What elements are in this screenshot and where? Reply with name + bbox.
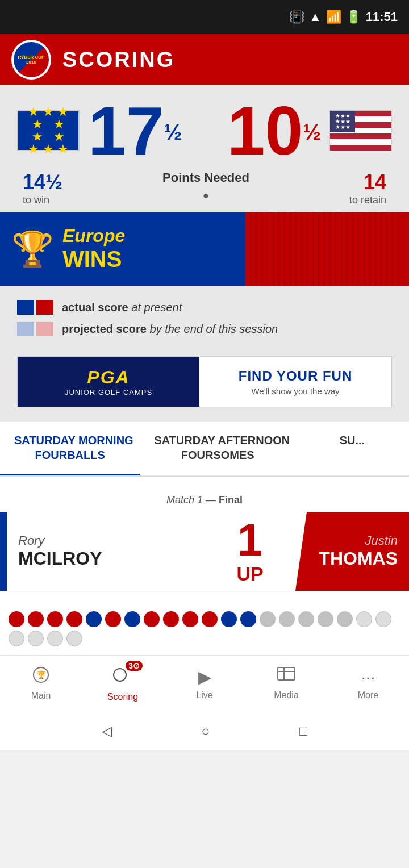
eu-flag: ★ ★ ★★ ★★ ★★ ★ ★ <box>17 110 80 151</box>
score-dot <box>144 611 160 627</box>
score-dot <box>337 611 353 627</box>
tab-saturday-afternoon[interactable]: SATURDAY AFTERNOONFOURSOMES <box>140 422 295 475</box>
score-dot <box>221 611 237 627</box>
media-icon <box>277 667 295 687</box>
nav-scoring[interactable]: 3⊙ Scoring <box>82 661 164 707</box>
nav-live[interactable]: ▶ Live <box>164 662 245 705</box>
main-label: Main <box>31 691 51 701</box>
more-label: More <box>358 690 378 700</box>
progress-blue: 🏆 Europe WINS <box>0 212 245 286</box>
score-row: ★ ★ ★★ ★★ ★★ ★ ★ 17½ 10½ <box>17 97 392 165</box>
home-button[interactable]: ○ <box>201 723 210 739</box>
legend-lightred-box <box>36 322 53 336</box>
time-display: 11:51 <box>366 10 398 24</box>
europe-points-block: 14½ to win <box>23 170 62 206</box>
score-dot <box>318 611 333 627</box>
player2-lastname: THOMAS <box>319 548 398 569</box>
legend-lightblue-box <box>17 322 34 336</box>
score-dot <box>47 631 63 646</box>
recents-button[interactable]: □ <box>299 723 308 739</box>
usa-points-block: 14 to retain <box>349 170 386 206</box>
wifi-icon: ▲ <box>309 10 322 24</box>
score-dot <box>66 611 82 627</box>
actual-score-label: actual score at present <box>62 301 182 314</box>
usa-score-number: 10½ <box>227 97 321 165</box>
points-needed-row: 14½ to win Points Needed ● 14 to retain <box>17 170 392 206</box>
player-left-block: Rory MCILROY <box>7 512 204 591</box>
score-dot <box>356 611 372 627</box>
vibrate-icon: 📳 <box>289 10 304 24</box>
progress-section: 🏆 Europe WINS <box>0 212 409 286</box>
score-dot <box>202 611 218 627</box>
nav-more[interactable]: ··· More <box>327 663 409 705</box>
tab-saturday-morning[interactable]: SATURDAY MORNINGFOURBALLS <box>0 422 140 475</box>
tab-sunday[interactable]: SU... <box>295 422 409 475</box>
europe-label: Europe <box>62 226 125 247</box>
score-dot <box>298 611 314 627</box>
player2-firstname: Justin <box>365 533 398 548</box>
media-label: Media <box>274 690 299 700</box>
ryder-cup-logo: RYDER CUP2018 <box>11 40 51 80</box>
live-icon: ▶ <box>198 667 211 687</box>
ad-banner[interactable]: PGA JUNIOR GOLF CAMPS FIND YOUR FUN We'l… <box>0 350 409 422</box>
projected-score-label: projected score by the end of this sessi… <box>62 323 278 336</box>
score-dot <box>47 611 63 627</box>
score-dot <box>240 611 256 627</box>
score-dot <box>66 631 82 646</box>
nav-main[interactable]: 🏆 Main <box>0 662 82 706</box>
score-dot <box>28 611 44 627</box>
usa-score-fraction: ½ <box>303 120 321 144</box>
actual-score-legend: actual score at present <box>17 300 392 315</box>
trophy-icon: 🏆 <box>11 229 54 269</box>
score-dot <box>182 611 198 627</box>
scoring-label: Scoring <box>107 692 138 702</box>
svg-text:🏆: 🏆 <box>36 670 47 680</box>
ad-left: PGA JUNIOR GOLF CAMPS <box>18 357 199 407</box>
europe-wins-text: Europe WINS <box>62 226 125 272</box>
session-tabs[interactable]: SATURDAY MORNINGFOURBALLS SATURDAY AFTER… <box>0 422 409 477</box>
match-score-label: UP <box>236 563 263 585</box>
score-dot <box>9 611 24 627</box>
score-dot <box>124 611 140 627</box>
score-dot <box>260 611 276 627</box>
signal-icon: 📶 <box>326 10 341 24</box>
europe-score-value: 17 <box>88 93 164 169</box>
nav-media[interactable]: Media <box>245 662 327 705</box>
legend-blue-box <box>17 300 34 315</box>
scoring-badge-container: 3⊙ <box>113 665 132 688</box>
europe-score-fraction: ½ <box>164 120 182 144</box>
match-header: Match 1 — Final <box>0 489 409 512</box>
points-dot: ● <box>62 190 349 202</box>
svg-point-2 <box>114 669 126 681</box>
bottom-nav: 🏆 Main 3⊙ Scoring ▶ Live <box>0 655 409 712</box>
europe-score-block: ★ ★ ★★ ★★ ★★ ★ ★ 17½ <box>17 97 182 165</box>
battery-icon: 🔋 <box>346 10 361 24</box>
main-icon: 🏆 <box>32 668 49 687</box>
match-score-number: 1 <box>237 518 263 563</box>
score-dot <box>28 631 44 646</box>
ad-inner[interactable]: PGA JUNIOR GOLF CAMPS FIND YOUR FUN We'l… <box>17 356 392 407</box>
points-needed-center: Points Needed ● <box>62 170 349 202</box>
status-bar: 📳 ▲ 📶 🔋 11:51 <box>0 0 409 34</box>
europe-to-win-label: to win <box>23 194 62 206</box>
page-title: SCORING <box>62 48 175 72</box>
player1-lastname: MCILROY <box>18 548 193 569</box>
back-button[interactable]: ◁ <box>102 723 112 739</box>
pga-sub: JUNIOR GOLF CAMPS <box>65 388 152 397</box>
player1-firstname: Rory <box>18 533 193 548</box>
ad-right: FIND YOUR FUN We'll show you the way <box>199 357 391 407</box>
ad-sub-tagline: We'll show you the way <box>251 386 339 396</box>
scoring-icon <box>113 669 132 688</box>
progress-red <box>245 212 409 286</box>
ad-tagline: FIND YOUR FUN <box>239 368 353 384</box>
usa-score-value: 10 <box>227 93 303 169</box>
score-dot <box>375 611 391 627</box>
points-needed-label: Points Needed <box>62 170 349 185</box>
system-nav: ◁ ○ □ <box>0 712 409 750</box>
app-header: RYDER CUP2018 SCORING <box>0 34 409 85</box>
score-section: ★ ★ ★★ ★★ ★★ ★ ★ 17½ 10½ <box>0 85 409 212</box>
score-dot <box>163 611 179 627</box>
legend-red-box <box>36 300 53 315</box>
projected-score-legend: projected score by the end of this sessi… <box>17 322 392 336</box>
usa-to-retain-label: to retain <box>349 194 386 206</box>
